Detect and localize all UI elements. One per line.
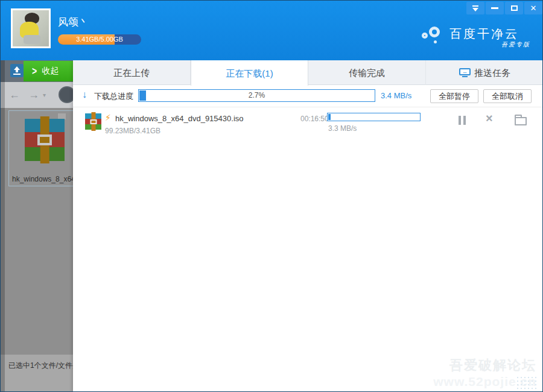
pause-icon [459,116,461,125]
back-arrow-icon[interactable]: ← [9,89,20,101]
tab-label: 传输完成 [349,60,385,85]
cancel-task-button[interactable]: × [486,112,493,124]
minimize-button[interactable] [486,2,504,14]
selection-status-text: 已选中1个文件/文件夹 [8,361,73,371]
storage-quota-label: 3.41GB/5.00GB [58,34,141,45]
close-icon: ✕ [530,4,537,13]
title-bar: 风颂丶 3.41GB/5.00GB ✕ 百度干净云 吾爱专版 [1,1,543,60]
overall-progress-bar: 2.7% [138,89,375,102]
dimmed-toolbar: > 收起 [1,60,73,82]
download-arrow-icon: ↓ [82,89,87,100]
menu-button[interactable] [466,2,484,14]
watermark-dots [516,376,536,390]
archive-file-icon [25,119,65,161]
cancel-all-button[interactable]: 全部取消 [483,89,532,103]
item-speed: 3.3 MB/s [328,124,357,133]
transfer-tabs: 正在上传 正在下载(1) 传输完成 ↔ 推送任务 [73,60,543,85]
upload-icon [10,64,24,77]
tab-uploading[interactable]: 正在上传 [73,60,191,85]
tab-label: 推送任务 [474,60,510,85]
overall-progress-percent: 2.7% [139,90,375,101]
tab-downloading[interactable]: 正在下载(1) [191,60,308,86]
archive-file-icon [85,113,101,130]
maximize-icon [511,5,518,11]
selected-file-thumbnail[interactable]: hk_windows_8_x64 [8,110,73,186]
push-screen-icon: ↔ [459,68,471,77]
app-window: > 收起 ← → ▾ hk_windows_8_x64 已选中1个文件/文件夹 [0,0,543,392]
download-task-row[interactable]: ⚡ hk_windows_8_x64_dvd_915430.iso 99.23M… [73,107,543,140]
collapse-transfers-button[interactable]: > 收起 [24,61,73,81]
left-edge-strip [1,60,5,392]
dimmed-status-bar: 已选中1个文件/文件夹 [1,354,73,392]
avatar[interactable] [11,8,51,48]
maximize-button[interactable] [505,2,523,14]
transfer-panel: 正在上传 正在下载(1) 传输完成 ↔ 推送任务 ↓ 下载总进度 2.7% [73,60,543,392]
window-controls: ✕ [465,2,542,14]
dimmed-file-area: hk_windows_8_x64 [1,108,73,354]
tab-label: 正在上传 [113,60,150,85]
menu-arrow-icon [472,5,479,11]
cloud-logo-icon [422,27,446,45]
pause-task-button[interactable] [459,116,466,125]
logo-title: 百度干净云 [449,26,519,42]
collapse-label: 收起 [42,66,59,77]
thumbnail-filename: hk_windows_8_x64 [12,175,73,183]
watermark-line1: 吾爱破解论坛 [433,356,536,375]
app-logo: 百度干净云 吾爱专版 [435,25,532,50]
minimize-icon [491,7,498,9]
item-progress-bar [327,113,421,121]
overall-progress-label: 下载总进度 [94,91,133,102]
storage-quota-bar: 3.41GB/5.00GB [58,34,141,45]
history-caret-icon[interactable]: ▾ [43,92,46,98]
tab-push-tasks[interactable]: ↔ 推送任务 [426,60,543,85]
item-progress-fill [328,114,331,120]
watermark: 吾爱破解论坛 www.52pojie.cn [433,356,536,389]
time-remaining: 00:16:50 [300,115,329,123]
dimmed-file-browser: > 收起 ← → ▾ hk_windows_8_x64 已选中1个文件/文件夹 [1,60,73,392]
overall-speed: 3.4 MB/s [381,91,411,100]
close-button[interactable]: ✕ [524,2,542,14]
dimmed-nav-row: ← → ▾ [1,82,73,108]
username: 风颂丶 [58,15,89,29]
overall-progress-row: ↓ 下载总进度 2.7% 3.4 MB/s 全部暂停 全部取消 [73,85,543,107]
speed-boost-icon: ⚡ [105,113,111,122]
open-folder-button[interactable] [515,117,527,125]
home-icon[interactable] [59,86,73,103]
download-size-progress: 99.23MB/3.41GB [105,127,160,135]
chevron-right-icon: > [32,65,37,78]
tab-completed[interactable]: 传输完成 [308,60,426,85]
tab-label: 正在下载(1) [226,61,273,86]
forward-arrow-icon[interactable]: → [28,89,39,101]
download-filename: hk_windows_8_x64_dvd_915430.iso [115,114,244,123]
pause-all-button[interactable]: 全部暂停 [430,89,478,103]
logo-subtitle: 吾爱专版 [501,40,530,49]
